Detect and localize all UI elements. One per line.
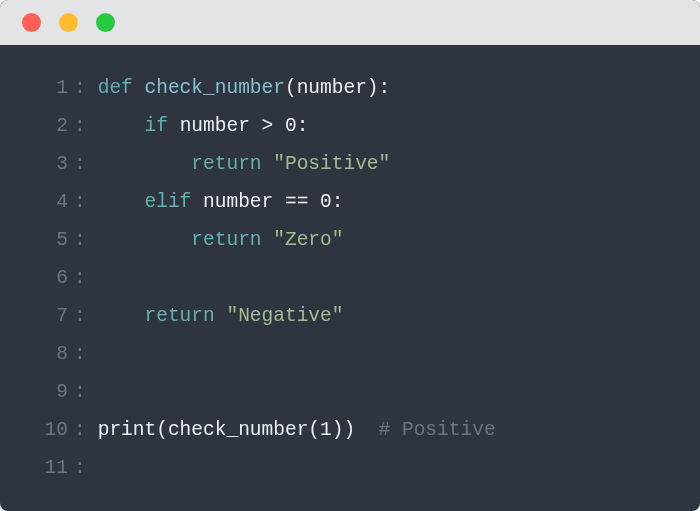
code-content: elif number == 0: xyxy=(98,183,670,221)
code-line: 4 : elif number == 0: xyxy=(18,183,670,221)
code-content xyxy=(98,373,670,411)
code-content: if number > 0: xyxy=(98,107,670,145)
code-editor[interactable]: 1 : def check_number(number): 2 : if num… xyxy=(0,45,700,511)
line-number: 9 xyxy=(18,373,68,411)
code-line: 5 : return "Zero" xyxy=(18,221,670,259)
minimize-icon[interactable] xyxy=(59,13,78,32)
line-number: 3 xyxy=(18,145,68,183)
line-number: 8 xyxy=(18,335,68,373)
code-line: 3 : return "Positive" xyxy=(18,145,670,183)
code-line: 9 : xyxy=(18,373,670,411)
code-line: 10 : print(check_number(1)) # Positive xyxy=(18,411,670,449)
code-content xyxy=(98,335,670,373)
line-number: 7 xyxy=(18,297,68,335)
gutter-colon: : xyxy=(68,183,98,221)
line-number: 6 xyxy=(18,259,68,297)
code-content xyxy=(98,449,670,487)
code-content xyxy=(98,259,670,297)
gutter-colon: : xyxy=(68,107,98,145)
gutter-colon: : xyxy=(68,297,98,335)
code-line: 7 : return "Negative" xyxy=(18,297,670,335)
gutter-colon: : xyxy=(68,411,98,449)
code-content: return "Zero" xyxy=(98,221,670,259)
line-number: 10 xyxy=(18,411,68,449)
code-line: 11 : xyxy=(18,449,670,487)
code-content: print(check_number(1)) # Positive xyxy=(98,411,670,449)
gutter-colon: : xyxy=(68,335,98,373)
code-content: return "Negative" xyxy=(98,297,670,335)
gutter-colon: : xyxy=(68,145,98,183)
line-number: 2 xyxy=(18,107,68,145)
code-line: 6 : xyxy=(18,259,670,297)
editor-window: 1 : def check_number(number): 2 : if num… xyxy=(0,0,700,511)
code-content: def check_number(number): xyxy=(98,69,670,107)
code-line: 8 : xyxy=(18,335,670,373)
line-number: 4 xyxy=(18,183,68,221)
code-content: return "Positive" xyxy=(98,145,670,183)
zoom-icon[interactable] xyxy=(96,13,115,32)
line-number: 1 xyxy=(18,69,68,107)
close-icon[interactable] xyxy=(22,13,41,32)
line-number: 5 xyxy=(18,221,68,259)
titlebar xyxy=(0,0,700,45)
gutter-colon: : xyxy=(68,373,98,411)
gutter-colon: : xyxy=(68,221,98,259)
gutter-colon: : xyxy=(68,449,98,487)
code-line: 1 : def check_number(number): xyxy=(18,69,670,107)
code-line: 2 : if number > 0: xyxy=(18,107,670,145)
gutter-colon: : xyxy=(68,69,98,107)
line-number: 11 xyxy=(18,449,68,487)
gutter-colon: : xyxy=(68,259,98,297)
